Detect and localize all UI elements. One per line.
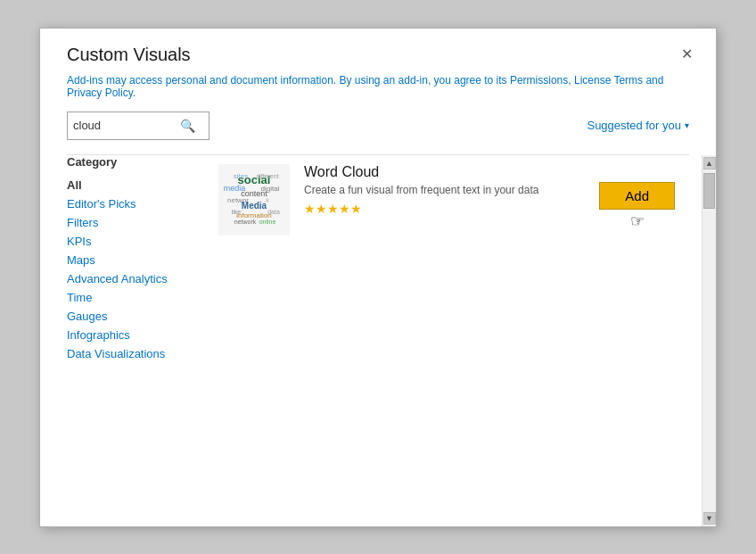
search-button[interactable]: 🔍 bbox=[175, 115, 201, 136]
visual-description: Create a fun visual from frequent text i… bbox=[304, 184, 585, 196]
scroll-down-button[interactable]: ▼ bbox=[703, 512, 716, 525]
suggested-label: Suggested for you bbox=[587, 119, 681, 132]
scroll-thumb[interactable] bbox=[703, 173, 715, 209]
word-cloud-image: social sites different media digital con… bbox=[218, 164, 290, 236]
category-label: Category bbox=[67, 155, 210, 169]
sidebar-item-data-visualizations[interactable]: Data Visualizations bbox=[67, 344, 165, 363]
scroll-track bbox=[703, 171, 716, 510]
sidebar-item-editors-picks[interactable]: Editor's Picks bbox=[67, 194, 136, 213]
sidebar-item-infographics[interactable]: Infographics bbox=[67, 326, 130, 344]
svg-text:sites: sites bbox=[234, 172, 248, 180]
visual-thumbnail: social sites different media digital con… bbox=[218, 164, 290, 236]
body: Category All Editor's Picks Filters KPIs… bbox=[40, 155, 716, 526]
sidebar-item-kpis[interactable]: KPIs bbox=[67, 232, 91, 251]
search-row: 🔍 Suggested for you ▾ bbox=[40, 112, 716, 154]
visual-card: social sites different media digital con… bbox=[218, 155, 693, 244]
svg-text:online: online bbox=[259, 219, 276, 225]
search-box: 🔍 bbox=[67, 112, 210, 140]
sidebar-item-gauges[interactable]: Gauges bbox=[67, 307, 108, 326]
title-bar: Custom Visuals ✕ bbox=[40, 29, 716, 74]
svg-text:different: different bbox=[256, 173, 278, 179]
svg-text:Media: Media bbox=[242, 201, 267, 211]
search-input[interactable] bbox=[68, 115, 175, 136]
close-button[interactable]: ✕ bbox=[676, 45, 698, 63]
chevron-down-icon: ▾ bbox=[685, 120, 689, 130]
add-button[interactable]: Add bbox=[599, 182, 675, 210]
visual-info: Word Cloud Create a fun visual from freq… bbox=[304, 164, 585, 216]
visual-title: Word Cloud bbox=[304, 164, 585, 180]
cursor-icon: ☞ bbox=[630, 211, 645, 231]
dialog-title: Custom Visuals bbox=[67, 45, 191, 65]
suggested-for-you-button[interactable]: Suggested for you ▾ bbox=[587, 119, 689, 132]
star-rating: ★★★★★ bbox=[304, 202, 585, 216]
card-and-scroll: social sites different media digital con… bbox=[210, 155, 716, 526]
info-bar: Add-ins may access personal and document… bbox=[40, 74, 716, 112]
sidebar-item-filters[interactable]: Filters bbox=[67, 213, 98, 232]
svg-text:data: data bbox=[267, 209, 280, 215]
scrollbar: ▲ ▼ bbox=[702, 155, 716, 526]
svg-text:network: network bbox=[234, 219, 257, 225]
custom-visuals-dialog: Custom Visuals ✕ Add-ins may access pers… bbox=[39, 28, 717, 527]
main-content: social sites different media digital con… bbox=[210, 155, 702, 526]
info-text: Add-ins may access personal and document… bbox=[67, 74, 663, 99]
sidebar: Category All Editor's Picks Filters KPIs… bbox=[67, 155, 210, 526]
search-icon: 🔍 bbox=[180, 119, 195, 133]
sidebar-item-advanced-analytics[interactable]: Advanced Analytics bbox=[67, 269, 168, 288]
sidebar-item-time[interactable]: Time bbox=[67, 288, 92, 307]
scroll-up-button[interactable]: ▲ bbox=[703, 157, 716, 170]
sidebar-item-maps[interactable]: Maps bbox=[67, 251, 95, 269]
sidebar-item-all[interactable]: All bbox=[67, 176, 82, 194]
